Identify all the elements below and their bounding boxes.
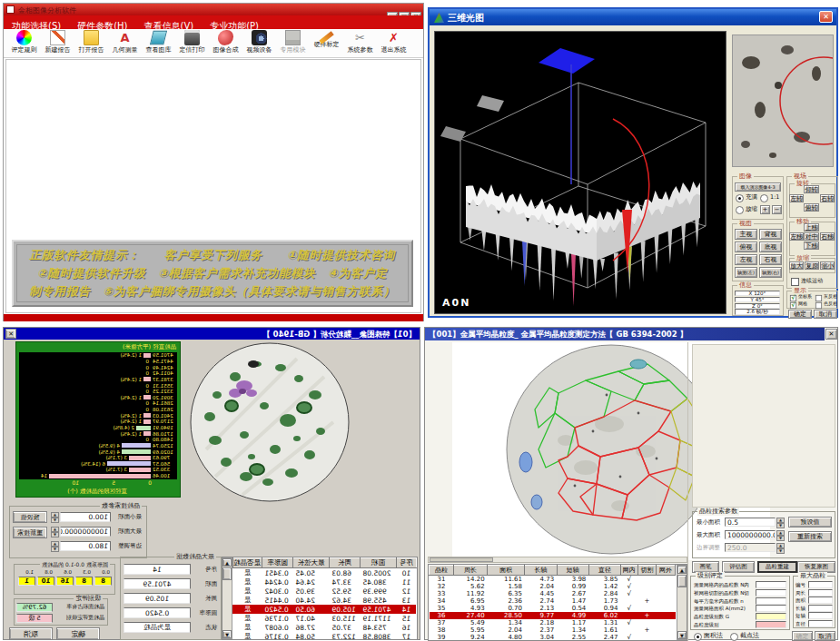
view-0-button[interactable]: 主视 <box>735 229 757 240</box>
scroll-down-icon[interactable]: ▼ <box>222 630 232 638</box>
spinner[interactable]: ▲▼ <box>776 518 785 527</box>
rotate-down-button[interactable]: 俯转 <box>804 203 819 212</box>
grade-value[interactable] <box>756 589 786 597</box>
max-grain-value[interactable] <box>808 620 833 627</box>
column-header[interactable]: 周长 <box>453 566 487 576</box>
cancel-button[interactable]: 取消 <box>814 310 837 319</box>
move-up-button[interactable]: 上移 <box>804 223 819 232</box>
ok-button[interactable]: 确定 <box>788 310 812 319</box>
gallery-button[interactable]: 查看图库 <box>142 29 175 57</box>
table-row[interactable]: 325.621.582.040.991.42√ <box>430 583 676 590</box>
scroll-thumb[interactable] <box>430 557 493 562</box>
table-row[interactable]: 11380.4533.7424.640.4244是 <box>233 577 417 587</box>
table-row[interactable]: 375.491.342.181.171.31√ <box>430 619 676 626</box>
table-row[interactable]: 173808.58122.7350.840.3176是 <box>233 632 417 640</box>
max-grain-value[interactable]: 14 <box>124 564 191 575</box>
max-grain-value[interactable]: 4701.59 <box>124 578 191 589</box>
spinner[interactable]: ▲▼ <box>51 527 59 537</box>
scroll-thumb[interactable] <box>222 567 232 580</box>
view-3-button[interactable]: 底视 <box>759 242 782 252</box>
column-header[interactable]: 序号 <box>397 558 417 568</box>
grade-value[interactable] <box>756 605 786 612</box>
checkbox[interactable] <box>791 278 799 286</box>
grade-value[interactable] <box>756 621 786 628</box>
max-grain-value[interactable] <box>808 612 833 619</box>
scale-minus-button[interactable]: − <box>772 205 782 214</box>
grade-value[interactable] <box>756 613 786 620</box>
scroll-thumb[interactable] <box>677 575 687 587</box>
move-left-button[interactable]: 左移 <box>789 232 804 241</box>
close-icon[interactable]: ✕ <box>825 329 837 340</box>
table-row[interactable]: 385.952.042.371.341.61+ <box>430 626 676 634</box>
scroll-down-icon[interactable]: ▼ <box>677 631 687 639</box>
radio-button[interactable] <box>694 633 702 641</box>
ok-button[interactable]: 确定 <box>56 627 100 640</box>
info-value[interactable]: Z 0° <box>735 303 780 309</box>
value-field[interactable]: 250.0 <box>725 543 776 552</box>
view-2-button[interactable]: 俯视 <box>735 242 757 252</box>
max-grain-value[interactable]: 0.5420 <box>124 607 191 618</box>
spin-down-icon[interactable]: ▼ <box>776 523 785 528</box>
column-header[interactable]: 最大弦长 <box>293 558 330 568</box>
radio-button[interactable] <box>736 206 744 214</box>
spin-down-icon[interactable]: ▼ <box>51 532 59 537</box>
radio-button[interactable] <box>760 194 768 202</box>
checkbox[interactable]: √ <box>790 295 796 301</box>
column-header[interactable]: 圆形率 <box>262 558 293 568</box>
column-header[interactable]: 周长 <box>330 558 361 568</box>
scale-plus-button[interactable]: + <box>760 205 770 214</box>
max-grain-value[interactable]: 105.09 <box>124 593 191 604</box>
spinner[interactable]: ▲▼ <box>51 512 59 522</box>
view-4-button[interactable]: 左视 <box>735 254 757 265</box>
max-grain-value[interactable] <box>808 597 833 604</box>
column-header[interactable]: 网外 <box>657 566 676 576</box>
rotate-up-button[interactable]: 仰转 <box>804 185 819 193</box>
value-field[interactable]: 100.0 <box>60 512 111 522</box>
printer-button[interactable]: 定倍打印 <box>175 29 209 57</box>
scrollbar[interactable]: ▲▼ <box>222 557 232 639</box>
table-row[interactable]: 16753.4837.0527.860.6087是 <box>233 623 417 632</box>
grade-value[interactable] <box>756 597 786 605</box>
cancel-button[interactable]: 取消 <box>815 631 835 641</box>
measure-button[interactable]: A几何测量 <box>108 29 142 57</box>
close-icon[interactable]: ✕ <box>5 329 16 339</box>
spin-down-icon[interactable]: ▼ <box>776 548 785 554</box>
title-bar[interactable]: 金相图像分析软件 –□✕ <box>4 4 423 15</box>
table-row[interactable]: 354.930.702.130.540.94√ <box>430 605 676 612</box>
table-row[interactable]: 151171.19115.0340.170.1736是 <box>233 614 417 623</box>
scroll-up-icon[interactable]: ▲ <box>677 566 687 574</box>
view-5-button[interactable]: 右视 <box>759 254 782 265</box>
table-row[interactable]: 3627.4028.509.774.996.02+ <box>430 612 676 619</box>
value-field[interactable]: 180.0 <box>60 541 111 551</box>
table-row[interactable]: 346.952.362.741.471.73+ <box>430 597 676 605</box>
column-header[interactable]: 切割 <box>637 566 657 576</box>
column-header[interactable]: 网内 <box>620 566 637 576</box>
research-button[interactable]: 重新搜索 <box>13 527 47 538</box>
table-row[interactable]: 3114.2011.614.733.983.85√ <box>430 576 676 584</box>
column-header[interactable]: 长轴 <box>525 566 557 576</box>
max-grain-value[interactable] <box>808 589 833 597</box>
spin-down-icon[interactable]: ▼ <box>51 547 59 552</box>
info-value[interactable]: X 120° <box>735 291 780 296</box>
action-1-button[interactable]: 评估图 <box>722 561 755 573</box>
view-1-button[interactable]: 背视 <box>759 229 782 240</box>
table-row[interactable]: 102005.0868.0350.450.3451是 <box>233 568 417 578</box>
result-value[interactable]: 5 级 <box>16 614 53 623</box>
action-2-button[interactable]: 晶粒重建 <box>757 561 797 573</box>
checkbox[interactable] <box>815 302 822 309</box>
radio-button[interactable] <box>736 194 744 202</box>
camera-button[interactable]: 视频设备 <box>242 29 276 57</box>
max-grain-value[interactable] <box>808 605 833 612</box>
max-grain-value[interactable] <box>808 581 833 588</box>
preset-button[interactable]: 预设值 <box>788 517 832 528</box>
info-value[interactable]: Y 45° <box>735 297 780 302</box>
zoom-1-button[interactable]: 复原 <box>805 261 819 270</box>
move-down-button[interactable]: 下移 <box>804 242 819 250</box>
spinner[interactable]: ▲▼ <box>776 530 785 539</box>
zoom-2-button[interactable]: 缩小 <box>820 261 835 270</box>
new-report-button[interactable]: 新建报告 <box>41 29 74 57</box>
horizontal-scrollbar[interactable] <box>428 557 687 563</box>
ok-button[interactable]: 确定 <box>792 631 813 641</box>
exit-button[interactable]: ✗退出系统 <box>377 29 410 57</box>
max-grain-value[interactable]: 是为晶粒 <box>124 622 191 633</box>
